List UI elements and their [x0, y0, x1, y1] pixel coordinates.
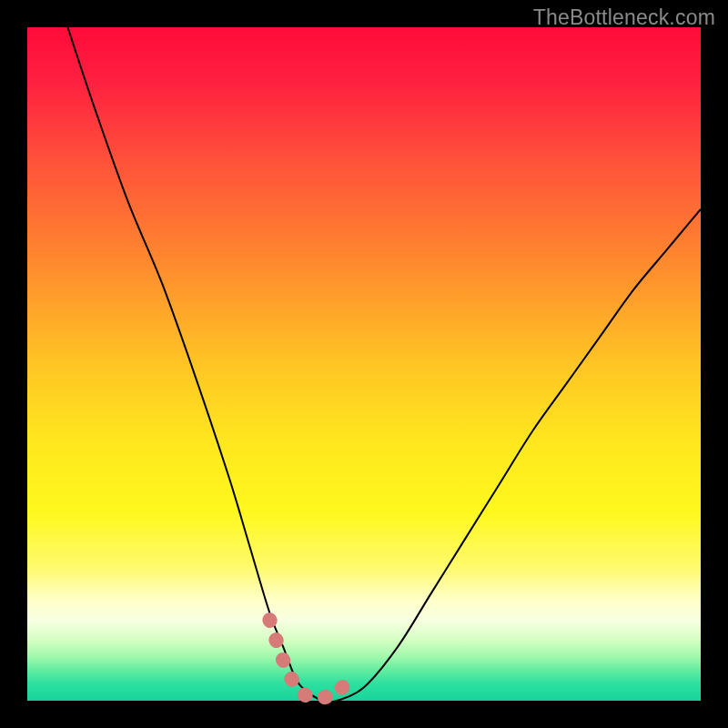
watermark-label: TheBottleneck.com — [533, 5, 715, 30]
chart-frame: TheBottleneck.com — [0, 0, 728, 728]
gradient-background — [27, 27, 701, 701]
bottleneck-chart — [0, 0, 728, 728]
